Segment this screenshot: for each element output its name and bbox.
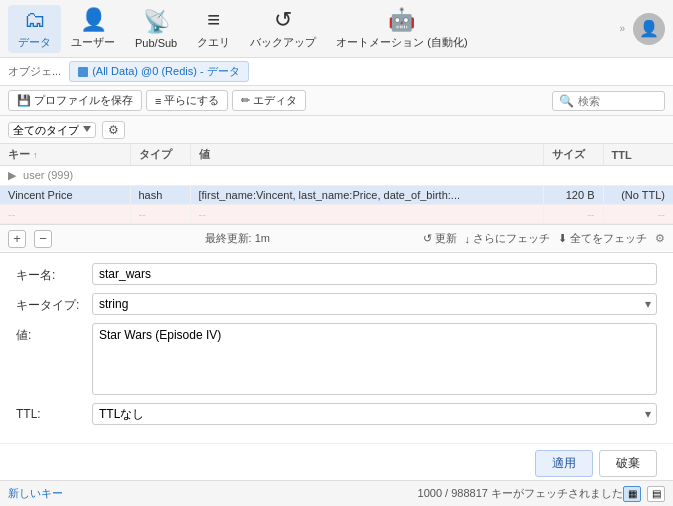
fetch-all-button[interactable]: ⬇ 全てをフェッチ (558, 231, 647, 246)
search-input[interactable] (578, 95, 658, 107)
toolbar: 🗂 データ 👤 ユーザー 📡 Pub/Sub ≡ クエリ ↺ バックアップ 🤖 … (0, 0, 673, 58)
table-row[interactable]: Vincent Price hash [first_name:Vincent, … (0, 186, 673, 205)
toolbar-pubsub[interactable]: 📡 Pub/Sub (125, 5, 187, 53)
fetch-info: 1000 / 988817 キーがフェッチされました (418, 486, 623, 501)
type-filter-select[interactable]: 全てのタイプ 全てのタイプstringhashlistsetzset (8, 122, 96, 138)
fetch-all-icon: ⬇ (558, 232, 567, 245)
toolbar-automation[interactable]: 🤖 オートメーション (自動化) (326, 5, 477, 53)
ttl-label: TTL: (16, 403, 84, 421)
add-key-button[interactable]: + (8, 230, 26, 248)
sort-arrow-key: ↑ (33, 150, 38, 160)
save-profile-button[interactable]: 💾 プロファイルを保存 (8, 90, 142, 111)
cell-type: hash (130, 186, 190, 205)
avatar-icon: 👤 (639, 19, 659, 38)
key-type-label: キータイプ: (16, 293, 84, 314)
cell-key: Vincent Price (0, 186, 130, 205)
refresh-label: 更新 (435, 231, 457, 246)
tab-dot (78, 67, 88, 77)
filter-settings-button[interactable]: ⚙ (102, 121, 125, 139)
fetch-more-label: さらにフェッチ (473, 231, 550, 246)
settings-icon: ⚙ (108, 123, 119, 137)
refresh-icon: ↺ (423, 232, 432, 245)
save-icon: 💾 (17, 94, 31, 107)
toolbar-data-label: データ (18, 35, 51, 50)
key-name-input[interactable] (92, 263, 657, 285)
footer-settings-icon[interactable]: ⚙ (655, 232, 665, 245)
col-header-size[interactable]: サイズ (543, 144, 603, 166)
avatar[interactable]: 👤 (633, 13, 665, 45)
toolbar-backup-label: バックアップ (250, 35, 316, 50)
editor-label: エディタ (253, 93, 297, 108)
toolbar-expand[interactable]: » (619, 23, 625, 34)
remove-icon: − (39, 231, 47, 246)
tab-active[interactable]: (All Data) @0 (Redis) - データ (69, 61, 248, 82)
detail-panel: キー名: キータイプ: string hash list set zset 値:… (0, 253, 673, 443)
user-icon: 👤 (80, 7, 107, 33)
col-header-type[interactable]: タイプ (130, 144, 190, 166)
cell-size: 120 B (543, 186, 603, 205)
view-list-button[interactable]: ▤ (647, 486, 665, 502)
toolbar-backup[interactable]: ↺ バックアップ (240, 5, 326, 53)
cell-ttl: (No TTL) (603, 186, 673, 205)
add-icon: + (13, 231, 21, 246)
data-icon: 🗂 (24, 7, 46, 33)
flatten-icon: ≡ (155, 95, 161, 107)
toolbar-user[interactable]: 👤 ユーザー (61, 5, 125, 53)
table-row-empty[interactable]: -- -- -- -- -- (0, 205, 673, 224)
fetch-all-label: 全てをフェッチ (570, 231, 647, 246)
detail-row-keytype: キータイプ: string hash list set zset (16, 293, 657, 315)
empty-cell-size: -- (543, 205, 603, 224)
col-header-value[interactable]: 値 (190, 144, 543, 166)
group-row-user: ▶ user (999) (0, 166, 673, 186)
toolbar-automation-label: オートメーション (自動化) (336, 35, 467, 50)
pubsub-icon: 📡 (143, 9, 170, 35)
toolbar-query[interactable]: ≡ クエリ (187, 5, 240, 53)
automation-icon: 🤖 (388, 7, 415, 33)
edit-icon: ✏ (241, 94, 250, 107)
key-type-select[interactable]: string hash list set zset (92, 293, 657, 315)
fetch-more-button[interactable]: ↓ さらにフェッチ (465, 231, 551, 246)
save-profile-label: プロファイルを保存 (34, 93, 133, 108)
query-icon: ≡ (207, 7, 220, 33)
value-textarea[interactable] (92, 323, 657, 395)
filter-row: 全てのタイプ 全てのタイプstringhashlistsetzset ⚙ (0, 116, 673, 144)
data-table: キー ↑ タイプ 値 サイズ TTL ▶ user (999) Vincent … (0, 144, 673, 224)
empty-cell-value: -- (190, 205, 543, 224)
flatten-label: 平らにする (164, 93, 219, 108)
toolbar-user-label: ユーザー (71, 35, 115, 50)
remove-key-button[interactable]: − (34, 230, 52, 248)
col-header-ttl[interactable]: TTL (603, 144, 673, 166)
refresh-button[interactable]: ↺ 更新 (423, 231, 457, 246)
empty-cell-key: -- (0, 205, 130, 224)
discard-button[interactable]: 破棄 (599, 450, 657, 477)
tab-objects[interactable]: オブジェ... (8, 64, 69, 79)
empty-cell-type: -- (130, 205, 190, 224)
action-bar: 💾 プロファイルを保存 ≡ 平らにする ✏ エディタ 🔍 (0, 86, 673, 116)
value-label: 値: (16, 323, 84, 344)
new-key-button[interactable]: 新しいキー (8, 486, 63, 501)
toolbar-query-label: クエリ (197, 35, 230, 50)
detail-row-keyname: キー名: (16, 263, 657, 285)
status-bar: 新しいキー 1000 / 988817 キーがフェッチされました ▦ ▤ (0, 480, 673, 506)
ttl-select-wrap: TTLなし 秒 ミリ秒 (92, 403, 657, 425)
col-header-key[interactable]: キー ↑ (0, 144, 130, 166)
detail-row-value: 値: (16, 323, 657, 395)
apply-button[interactable]: 適用 (535, 450, 593, 477)
detail-row-ttl: TTL: TTLなし 秒 ミリ秒 (16, 403, 657, 425)
search-icon: 🔍 (559, 94, 574, 108)
flatten-button[interactable]: ≡ 平らにする (146, 90, 228, 111)
editor-button[interactable]: ✏ エディタ (232, 90, 306, 111)
footer-bar: + − 最終更新: 1m ↺ 更新 ↓ さらにフェッチ ⬇ 全てをフェッチ ⚙ (0, 225, 673, 253)
toolbar-data[interactable]: 🗂 データ (8, 5, 61, 53)
tab-bar: オブジェ... (All Data) @0 (Redis) - データ (0, 58, 673, 86)
last-update: 最終更新: 1m (60, 231, 415, 246)
expand-arrow[interactable]: ▶ (8, 169, 16, 181)
search-box: 🔍 (552, 91, 665, 111)
bottom-actions: 適用 破棄 (0, 443, 673, 483)
view-grid-button[interactable]: ▦ (623, 486, 641, 502)
ttl-select[interactable]: TTLなし 秒 ミリ秒 (92, 403, 657, 425)
list-icon: ▤ (652, 488, 661, 499)
view-toggle: ▦ ▤ (623, 486, 665, 502)
empty-cell-ttl: -- (603, 205, 673, 224)
cell-value: [first_name:Vincent, last_name:Price, da… (190, 186, 543, 205)
